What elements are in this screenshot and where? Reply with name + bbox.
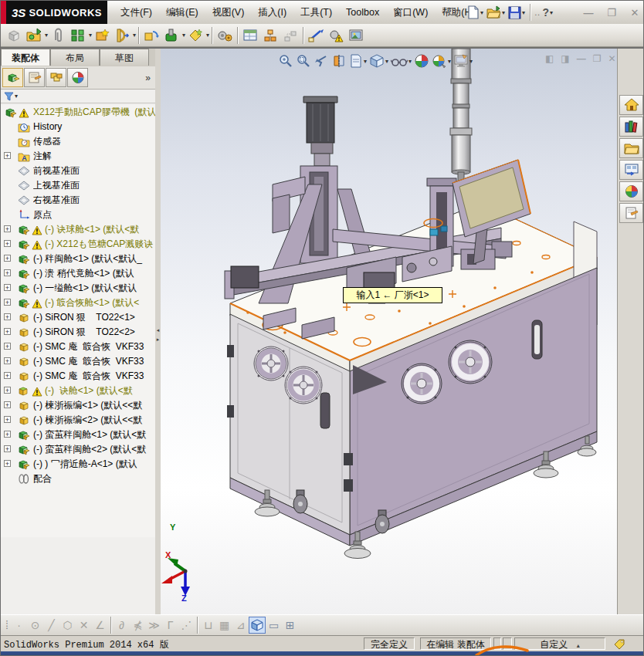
tree-item-component[interactable]: + (-) X212も笆糖CAP溅赕诀 [1, 237, 155, 252]
menu-window[interactable]: 窗口(W) [386, 1, 435, 24]
tree-item-component[interactable]: + (-) 蛮茧秚闽舱<2> (默认<默 [1, 442, 155, 457]
hide-show-items-button[interactable] [414, 53, 429, 69]
tree-item-component[interactable]: + (-) SiRON 狠 TO22<1> [1, 310, 155, 325]
explode-line-sketch-button[interactable] [280, 25, 300, 46]
help-button[interactable]: ? ▾ [541, 5, 554, 19]
sketch-triangle-button[interactable]: ⊿ [232, 619, 249, 631]
menu-toolbox[interactable]: Toolbox [339, 1, 386, 24]
splitter-collapse-icon[interactable]: ◂ [155, 326, 161, 333]
tree-item-component[interactable]: + (-) 楝浙祳编<1> (默认<<默 [1, 398, 155, 413]
split-left-button[interactable]: ◧ [545, 53, 554, 64]
viewport-grid-button[interactable]: ⊞ [282, 619, 298, 631]
tree-item-top-plane[interactable]: 上视基准面 [1, 178, 155, 193]
section-view-button[interactable] [331, 53, 347, 69]
exploded-view-button[interactable] [260, 25, 280, 46]
mate-button[interactable] [48, 25, 68, 46]
sketch-trim-button[interactable]: ✕ [76, 619, 92, 631]
splitter-expand-icon[interactable]: ▸ [155, 336, 161, 343]
toolbar-overflow-icon[interactable]: ‥ [534, 8, 540, 18]
assembly-features-button[interactable] [161, 25, 181, 46]
sketch-point-button[interactable]: · [11, 619, 27, 631]
machine-signal-pole[interactable] [450, 49, 472, 198]
feature-tree-tab-button[interactable] [2, 68, 23, 87]
menu-tools[interactable]: 工具(T) [293, 1, 339, 24]
viewport-single-button[interactable]: ▭ [266, 619, 282, 631]
expand-icon[interactable]: + [4, 152, 11, 159]
tree-item-component[interactable]: + (-) 诀球舱<1> (默认<默 [1, 222, 155, 237]
edit-appearance-button[interactable]: ▾ [432, 53, 451, 69]
view-palette-button[interactable] [619, 160, 643, 180]
expand-icon[interactable]: + [4, 401, 11, 408]
filter-icon[interactable] [4, 92, 14, 101]
expand-icon[interactable]: + [4, 299, 11, 306]
scene-button[interactable]: ▾ [453, 53, 473, 69]
tree-item-component[interactable]: + (-) ) 冖揹近舱-A<1> (默认 [1, 457, 155, 472]
expand-icon[interactable]: + [4, 431, 11, 438]
expand-icon[interactable]: + [4, 313, 11, 320]
appearances-button[interactable] [619, 181, 643, 201]
save-button[interactable]: ▾ [507, 5, 526, 20]
zoom-area-button[interactable] [296, 53, 311, 69]
menu-edit[interactable]: 编辑(E) [159, 1, 205, 24]
tree-item-mates[interactable]: 配合 [1, 472, 155, 486]
tree-item-sensors[interactable]: 传感器 [1, 134, 155, 149]
expand-icon[interactable]: + [4, 387, 11, 394]
reference-geometry-button[interactable] [185, 25, 205, 46]
motion-study-button[interactable] [215, 25, 235, 46]
sketch-corner-button[interactable]: Γ [162, 619, 178, 631]
minimize-button[interactable]: — [581, 7, 595, 19]
move-component-button[interactable] [112, 25, 132, 46]
doc-close-button[interactable]: ✕ [608, 53, 615, 64]
expand-icon[interactable]: + [4, 284, 11, 291]
sketch-points-button[interactable]: ⋰ [178, 619, 195, 631]
sketch-line-button[interactable]: ╱ [43, 619, 59, 631]
menu-file[interactable]: 文件(F) [114, 1, 159, 24]
tree-item-component[interactable]: + (-) 秚闽舱<1> (默认<默认_ [1, 252, 155, 266]
expand-icon[interactable]: + [4, 357, 11, 364]
expand-icon[interactable]: + [4, 328, 11, 335]
dropdown-icon[interactable]: ▾ [408, 58, 412, 65]
dropdown-icon[interactable]: ▾ [469, 58, 473, 65]
dropdown-icon[interactable]: ▾ [522, 9, 525, 16]
expand-icon[interactable]: + [4, 343, 11, 350]
tree-item-component[interactable]: + (-) SiRON 狠 TO22<2> [1, 325, 155, 340]
tree-item-component[interactable]: + (-) SMC 庵 箃合恢 VKF33 [1, 369, 155, 384]
configuration-manager-tab-button[interactable] [46, 68, 66, 87]
doc-minimize-button[interactable]: — [577, 53, 586, 64]
insert-component-button[interactable] [4, 25, 24, 46]
sketch-slot-button[interactable]: ⊔ [200, 619, 216, 631]
view-3d-mode-button[interactable] [249, 617, 266, 634]
expand-icon[interactable]: + [4, 416, 11, 423]
display-style-button[interactable]: ▾ [391, 53, 412, 69]
menu-view[interactable]: 视图(V) [205, 1, 252, 24]
previous-view-button[interactable] [314, 53, 329, 69]
expand-icon[interactable]: + [4, 445, 11, 452]
tree-item-origin[interactable]: 原点 [1, 208, 155, 222]
expand-icon[interactable]: + [4, 460, 11, 467]
expand-icon[interactable]: + [4, 240, 11, 247]
dropdown-icon[interactable]: ▾ [15, 93, 18, 100]
open-document-button[interactable]: ▾ [486, 5, 506, 20]
zoom-fit-button[interactable] [278, 53, 293, 69]
sketch-mirror-button[interactable]: ⋠ [130, 619, 146, 631]
expand-icon[interactable]: + [4, 255, 11, 262]
dropdown-icon[interactable]: ▾ [550, 9, 553, 16]
machine-3d-model[interactable] [161, 49, 617, 614]
tree-item-right-plane[interactable]: 右视基准面 [1, 193, 155, 208]
annotation-view-button[interactable]: ▾ [349, 53, 367, 69]
expand-icon[interactable]: + [4, 372, 11, 379]
dropdown-icon[interactable]: ▾ [448, 58, 451, 65]
dropdown-icon[interactable]: ▾ [502, 9, 505, 16]
tab-assembly[interactable]: 装配体 [1, 49, 50, 66]
sketch-grid-button[interactable]: ▦ [216, 619, 232, 631]
tree-item-annotations[interactable]: + A 注解 [1, 149, 155, 164]
design-library-button[interactable] [619, 117, 643, 137]
tree-item-component[interactable]: + (-) 溃 稍代竟舱<1> (默认 [1, 266, 155, 281]
panel-more-chevron[interactable]: » [145, 73, 151, 83]
smart-fasteners-button[interactable] [92, 25, 112, 46]
file-explorer-button[interactable] [619, 138, 643, 158]
property-manager-tab-button[interactable] [24, 68, 45, 87]
dropdown-icon[interactable]: ▾ [480, 9, 483, 16]
tree-item-component[interactable]: + (-) 一缢舱<1> (默认<默认 [1, 281, 155, 296]
sketch-circle-button[interactable]: ⊙ [27, 619, 43, 631]
